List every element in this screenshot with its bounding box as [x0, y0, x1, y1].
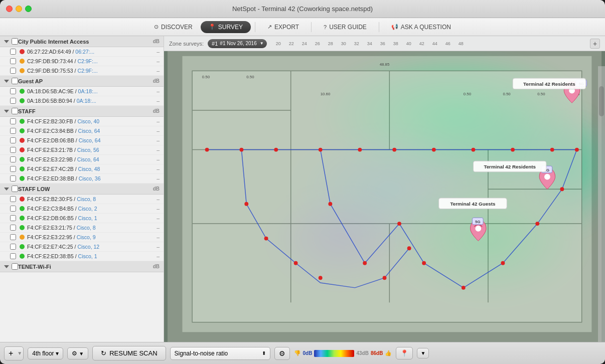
group-checkbox-guest[interactable]	[12, 78, 18, 84]
item-checkbox[interactable]	[10, 225, 16, 231]
db-scale-container: 👎 0dB 43dB 86dB 👍	[294, 350, 392, 357]
location-chevron-button[interactable]: ▼	[417, 348, 429, 358]
item-checkbox[interactable]	[10, 206, 16, 212]
group-header-staff-low[interactable]: STAFF LOW dB	[0, 184, 164, 195]
item-checkbox[interactable]	[10, 118, 16, 124]
add-floor-button[interactable]: +	[6, 349, 16, 358]
group-header-staff[interactable]: STAFF dB	[0, 106, 164, 117]
group-checkbox-staff-low[interactable]	[12, 186, 18, 192]
item-checkbox[interactable]	[10, 175, 16, 181]
close-button[interactable]	[6, 6, 13, 12]
group-header-city[interactable]: City Public Internet Access dB	[0, 36, 164, 47]
export-button[interactable]: ↗ EXPORT	[259, 21, 307, 33]
settings-button[interactable]: ⚙ ▼	[67, 347, 88, 359]
item-checkbox[interactable]	[10, 137, 16, 143]
resume-scan-button[interactable]: ↻ RESUME SCAN	[92, 346, 166, 360]
item-checkbox[interactable]	[10, 253, 16, 259]
add-floor-chevron[interactable]: ▼	[17, 350, 22, 356]
item-signal: –	[157, 215, 160, 221]
add-floor-group[interactable]: + ▼	[4, 346, 24, 360]
svg-point-29	[358, 148, 362, 152]
floor-selector[interactable]: 4th floor ▾	[28, 347, 63, 359]
thumb-down-button[interactable]: 👎	[294, 350, 301, 356]
item-signal: –	[157, 206, 160, 212]
item-mac: F4:CF:E2:E3:21:75 / Cisco, 8	[27, 225, 152, 231]
pin-icon: 📍	[209, 24, 216, 30]
item-checkbox[interactable]	[10, 58, 16, 64]
group-header-guest[interactable]: Guest AP dB	[0, 76, 164, 87]
group-checkbox-city[interactable]	[12, 38, 18, 45]
db-label-tenet: dB	[153, 264, 160, 269]
item-signal: –	[157, 244, 160, 250]
item-signal: –	[157, 253, 160, 259]
item-checkbox[interactable]	[10, 244, 16, 250]
svg-point-27	[274, 148, 278, 152]
collapse-triangle-staff-low[interactable]	[4, 188, 9, 191]
svg-point-34	[550, 148, 554, 152]
minimize-button[interactable]	[16, 6, 22, 12]
item-checkbox[interactable]	[10, 156, 16, 162]
db-mid-label: 43dB	[356, 350, 368, 356]
add-zone-button[interactable]: +	[590, 39, 600, 49]
discover-button[interactable]: ⊙ DISCOVER	[146, 21, 201, 33]
item-checkbox[interactable]	[10, 234, 16, 240]
group-checkbox-tenet[interactable]	[12, 263, 18, 270]
signal-chevron: ⬍	[262, 350, 266, 356]
item-signal: –	[157, 166, 160, 172]
group-checkbox-staff[interactable]	[12, 108, 18, 114]
ruler-tick: 36	[380, 41, 393, 46]
ruler-tick: 38	[393, 41, 406, 46]
item-checkbox[interactable]	[10, 49, 16, 55]
svg-point-41	[501, 261, 505, 265]
svg-point-26	[239, 148, 243, 152]
item-signal: –	[157, 118, 160, 124]
item-checkbox[interactable]	[10, 98, 16, 104]
svg-text:0.50: 0.50	[537, 92, 545, 96]
ruler-tick: 28	[328, 41, 341, 46]
signal-dot	[20, 98, 25, 103]
item-checkbox[interactable]	[10, 88, 16, 94]
item-mac: F4:CF:E2:B2:30:F5 / Cisco, 8	[27, 196, 152, 202]
group-name-staff-low: STAFF LOW	[18, 186, 50, 192]
zone-selector[interactable]: #1 #1 Nov 26, 2016 ▼	[208, 39, 267, 48]
floor-label: 4th floor ▾	[32, 350, 59, 357]
item-checkbox[interactable]	[10, 196, 16, 202]
signal-settings-button[interactable]: ⚙	[274, 347, 290, 360]
user-guide-button[interactable]: ? USER GUIDE	[316, 21, 375, 33]
svg-point-39	[422, 261, 426, 265]
maximize-button[interactable]	[25, 6, 32, 12]
item-checkbox[interactable]	[10, 68, 16, 74]
collapse-triangle-staff[interactable]	[4, 110, 9, 113]
svg-point-43	[560, 187, 564, 191]
item-signal: –	[157, 98, 160, 104]
help-icon: ?	[324, 24, 327, 30]
signal-type-dropdown[interactable]: Signal-to-noise ratio ⬍	[170, 347, 270, 360]
bottom-bar: + ▼ 4th floor ▾ ⚙ ▼ ↻ RESUME SCAN Signal…	[0, 342, 605, 364]
list-item: F4:CF:E2:ED:38:B5 / Cisco, 1 –	[0, 252, 164, 261]
map-scrollbar[interactable]	[598, 66, 605, 342]
window-controls	[6, 6, 32, 12]
list-item: C2:9F:DB:9D:73:44 / C2:9F:... –	[0, 57, 164, 66]
ask-question-button[interactable]: 📢 ASK A QUESTION	[383, 21, 459, 33]
ruler-tick: 20	[276, 41, 289, 46]
map-canvas[interactable]: 48.85 0.50 0.50 10.60 0.50 0.50 0.50 0.5…	[164, 51, 605, 342]
collapse-triangle-tenet[interactable]	[4, 265, 9, 268]
collapse-triangle-guest[interactable]	[4, 80, 9, 83]
item-checkbox[interactable]	[10, 147, 16, 153]
zone-label: Zone surveys:	[169, 41, 204, 47]
map-scroll-thumb[interactable]	[599, 86, 604, 116]
signal-dot	[20, 244, 25, 249]
item-checkbox[interactable]	[10, 128, 16, 134]
item-mac: C2:9F:DB:9D:75:53 / C2:9F:...	[27, 68, 152, 74]
group-header-tenet[interactable]: TENET-Wi-Fi dB	[0, 261, 164, 272]
svg-point-42	[535, 222, 539, 226]
location-button[interactable]: 📍	[396, 347, 413, 359]
thumb-up-button[interactable]: 👍	[385, 350, 392, 356]
svg-point-40	[462, 286, 466, 290]
item-checkbox[interactable]	[10, 215, 16, 221]
collapse-triangle-city[interactable]	[4, 40, 9, 43]
svg-text:0.50: 0.50	[464, 92, 472, 96]
item-mac: F4:CF:E2:DB:06:BB / Cisco, 64	[27, 137, 152, 143]
survey-button[interactable]: 📍 SURVEY	[201, 21, 251, 33]
item-checkbox[interactable]	[10, 166, 16, 172]
